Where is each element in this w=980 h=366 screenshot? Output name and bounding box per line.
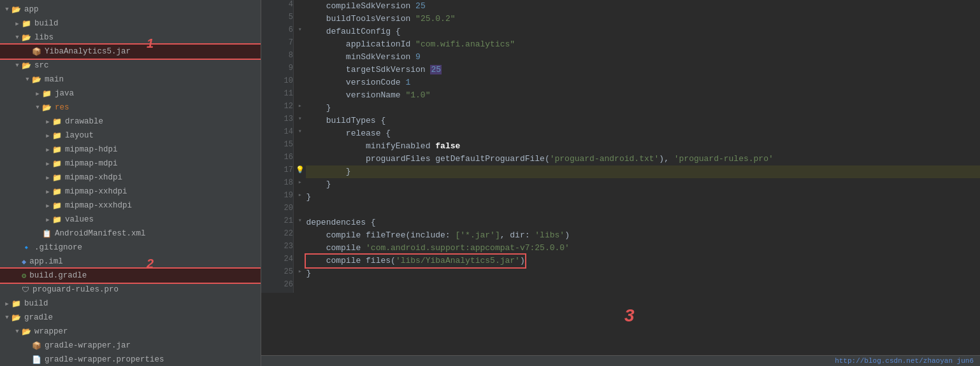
code-line-18: 18▸ }: [261, 178, 980, 191]
line-content-11: versionName "1.0": [306, 89, 979, 102]
sidebar-item-mipmap-hdpi[interactable]: 📁mipmap-hdpi: [0, 143, 261, 157]
tree-arrow-wrapper: [13, 327, 22, 336]
bulb-icon[interactable]: 💡: [296, 166, 305, 174]
line-content-23: compile 'com.android.support:appcompat-v…: [306, 242, 979, 255]
tree-label-gradlewrapper-jar: gradle-wrapper.jar: [43, 341, 131, 350]
sidebar-item-res[interactable]: 📂res: [0, 101, 261, 115]
line-gutter-25: ▸: [293, 267, 306, 280]
line-gutter-8: [293, 51, 306, 64]
line-gutter-10: [293, 76, 306, 89]
folder-open-icon: 📂: [11, 5, 21, 15]
fold-end-icon[interactable]: ▸: [298, 268, 302, 275]
tree-label-gitignore: .gitignore: [33, 243, 82, 252]
tree-label-values: values: [64, 215, 94, 224]
line-number-16: 16: [261, 153, 293, 165]
line-gutter-17: 💡: [293, 165, 306, 178]
fold-icon[interactable]: ▾: [298, 128, 302, 135]
line-number-10: 10: [261, 76, 293, 89]
folder-icon: 📁: [52, 215, 62, 225]
line-gutter-19: ▸: [293, 191, 306, 204]
sidebar-item-mipmap-xxhdpi[interactable]: 📁mipmap-xxhdpi: [0, 185, 261, 199]
code-line-6: 6▾ defaultConfig {: [261, 25, 980, 38]
fold-end-icon[interactable]: ▸: [298, 179, 302, 186]
jar-icon: 📦: [32, 47, 41, 57]
sidebar-item-yibajar[interactable]: 📦YibaAnalytics5.jar: [0, 45, 261, 59]
sidebar-item-layout[interactable]: 📁layout: [0, 129, 261, 143]
line-gutter-4: [293, 0, 306, 13]
tree-label-gradle: gradle: [23, 313, 53, 322]
folder-icon: 📁: [42, 89, 52, 99]
sidebar-item-drawable[interactable]: 📁drawable: [0, 115, 261, 129]
sidebar-item-gradle[interactable]: 📂gradle: [0, 311, 261, 325]
code-line-16: 16 proguardFiles getDefaultProguardFile(…: [261, 153, 980, 165]
fold-icon[interactable]: ▾: [298, 26, 302, 33]
fold-icon[interactable]: ▾: [298, 115, 302, 122]
tree-label-layout: layout: [64, 131, 94, 140]
sidebar-item-mipmap-xhdpi[interactable]: 📁mipmap-xhdpi: [0, 171, 261, 185]
sidebar-item-buildgradle[interactable]: ⚙build.gradle: [0, 269, 261, 283]
sidebar-item-java[interactable]: 📁java: [0, 87, 261, 101]
line-gutter-26: [293, 280, 306, 293]
code-line-23: 23 compile 'com.android.support:appcompa…: [261, 242, 980, 255]
sidebar-item-proguard[interactable]: 🛡proguard-rules.pro: [0, 283, 261, 297]
line-content-10: versionCode 1: [306, 76, 979, 89]
sidebar-item-main[interactable]: 📂main: [0, 73, 261, 87]
tree-arrow-layout: [43, 131, 52, 140]
line-number-5: 5: [261, 13, 293, 25]
sidebar-item-values[interactable]: 📁values: [0, 213, 261, 227]
sidebar-item-mipmap-mdpi[interactable]: 📁mipmap-mdpi: [0, 157, 261, 171]
fold-end-icon[interactable]: ▸: [298, 102, 302, 109]
line-content-24: compile files('libs/YibaAnalytics5.jar'): [306, 255, 979, 267]
line-number-24: 24: [261, 255, 293, 267]
line-content-4: compileSdkVersion 25: [306, 0, 979, 13]
folder-icon: 📁: [11, 299, 21, 309]
tree-label-main: main: [43, 75, 64, 84]
sidebar-item-gradlewrapper-props[interactable]: 📄gradle-wrapper.properties: [0, 353, 261, 366]
code-line-13: 13▾ buildTypes {: [261, 115, 980, 127]
folder-open-icon: 📂: [22, 33, 31, 43]
sidebar-item-libs[interactable]: 📂libs: [0, 31, 261, 45]
sidebar-item-src[interactable]: 📂src: [0, 59, 261, 73]
folder-open-icon: 📂: [42, 103, 52, 113]
line-number-4: 4: [261, 0, 293, 13]
folder-icon: 📁: [52, 159, 62, 169]
tree-label-mipmap-xxxhdpi: mipmap-xxxhdpi: [64, 201, 132, 210]
status-url: http://blog.csdn.net/zhaoyan jun6: [835, 357, 974, 365]
tree-arrow-drawable: [43, 117, 52, 126]
line-gutter-14: ▾: [293, 127, 306, 140]
sidebar-item-build2[interactable]: 📁build: [0, 297, 261, 311]
sidebar-item-gradlewrapper-jar[interactable]: 📦gradle-wrapper.jar: [0, 339, 261, 353]
line-content-19: }: [306, 191, 979, 204]
line-gutter-9: [293, 64, 306, 76]
line-content-20: [306, 204, 979, 216]
tree-label-mipmap-xhdpi: mipmap-xhdpi: [64, 173, 122, 182]
line-gutter-20: [293, 204, 306, 216]
tree-arrow-mipmap-xxxhdpi: [43, 201, 52, 210]
tree-label-androidmanifest: AndroidManifest.xml: [54, 229, 146, 238]
tree-label-src: src: [33, 61, 49, 70]
tree-label-gradlewrapper-props: gradle-wrapper.properties: [43, 355, 164, 364]
tree-arrow-gradle: [3, 313, 11, 322]
code-line-7: 7 applicationId "com.wifi.analytics": [261, 38, 980, 51]
sidebar-item-appiml[interactable]: ◆app.iml: [0, 255, 261, 269]
code-line-24: 24 compile files('libs/YibaAnalytics5.ja…: [261, 255, 980, 267]
sidebar-item-androidmanifest[interactable]: 📋AndroidManifest.xml: [0, 227, 261, 241]
folder-open-icon: 📂: [22, 327, 31, 337]
line-content-7: applicationId "com.wifi.analytics": [306, 38, 979, 51]
code-line-10: 10 versionCode 1: [261, 76, 980, 89]
line-gutter-22: [293, 229, 306, 242]
pro-icon: 🛡: [22, 285, 29, 295]
tree-label-res: res: [54, 103, 69, 112]
line-number-9: 9: [261, 64, 293, 76]
sidebar-item-mipmap-xxxhdpi[interactable]: 📁mipmap-xxxhdpi: [0, 199, 261, 213]
code-line-21: 21▾dependencies {: [261, 216, 980, 229]
sidebar-item-app[interactable]: 📂app: [0, 3, 261, 17]
tree-label-mipmap-xxhdpi: mipmap-xxhdpi: [64, 187, 127, 196]
tree-arrow-build2: [3, 299, 11, 308]
sidebar-item-gitignore[interactable]: 🔹.gitignore: [0, 241, 261, 255]
sidebar-item-wrapper[interactable]: 📂wrapper: [0, 325, 261, 339]
fold-end-icon[interactable]: ▸: [298, 192, 302, 199]
fold-icon[interactable]: ▾: [298, 217, 302, 224]
line-number-6: 6: [261, 25, 293, 38]
sidebar-item-build[interactable]: 📁build: [0, 17, 261, 31]
